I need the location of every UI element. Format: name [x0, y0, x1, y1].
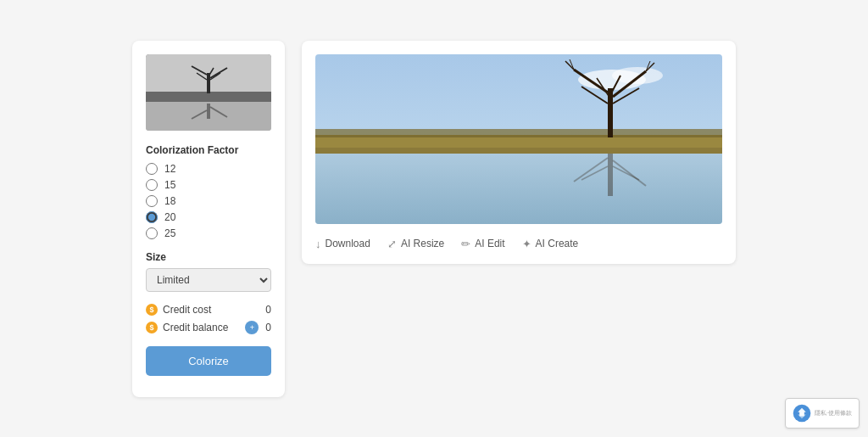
- radio-20[interactable]: [146, 211, 158, 223]
- ai-resize-icon: ⤢: [387, 238, 397, 250]
- radio-label-18: 18: [164, 195, 175, 207]
- svg-rect-30: [608, 154, 613, 196]
- thumbnail-image: [146, 54, 271, 131]
- ai-create-action[interactable]: ✦ AI Create: [522, 238, 579, 250]
- ai-create-label: AI Create: [536, 238, 579, 249]
- ai-resize-label: AI Resize: [401, 238, 444, 249]
- recaptcha-text: 隱私·使用條款: [815, 409, 852, 417]
- svg-rect-15: [315, 148, 722, 224]
- recaptcha-badge: 隱私·使用條款: [785, 398, 860, 429]
- radio-label-15: 15: [164, 179, 175, 191]
- recaptcha-logo-icon: [793, 404, 811, 423]
- radio-label-12: 12: [164, 163, 175, 175]
- svg-rect-17: [315, 137, 722, 148]
- radio-item-15[interactable]: 15: [146, 179, 271, 191]
- download-label: Download: [326, 238, 370, 249]
- credit-cost-label: Credit cost: [163, 304, 211, 316]
- credit-balance-row: $ Credit balance + 0: [146, 321, 271, 334]
- radio-item-20[interactable]: 20: [146, 211, 271, 223]
- credit-cost-icon: $: [146, 304, 158, 316]
- radio-25[interactable]: [146, 227, 158, 239]
- ai-create-icon: ✦: [522, 238, 531, 250]
- main-container: Colorization Factor 12 15 18 20 25: [107, 15, 761, 423]
- radio-item-18[interactable]: 18: [146, 195, 271, 207]
- size-select[interactable]: Limited Standard Large: [146, 268, 271, 292]
- radio-item-12[interactable]: 12: [146, 163, 271, 175]
- radio-15[interactable]: [146, 179, 158, 191]
- colorization-radio-group: 12 15 18 20 25: [146, 163, 271, 239]
- download-action[interactable]: ↓ Download: [315, 238, 370, 250]
- ai-edit-action[interactable]: ✏ AI Edit: [461, 238, 504, 250]
- ai-edit-icon: ✏: [461, 238, 470, 250]
- radio-12[interactable]: [146, 163, 158, 175]
- ai-resize-action[interactable]: ⤢ AI Resize: [387, 238, 444, 250]
- left-panel: Colorization Factor 12 15 18 20 25: [132, 41, 285, 397]
- credit-info: $ Credit cost 0 $ Credit balance + 0: [146, 304, 271, 334]
- credit-cost-value: 0: [265, 304, 271, 316]
- radio-18[interactable]: [146, 195, 158, 207]
- size-label: Size: [146, 251, 271, 263]
- svg-rect-18: [315, 129, 722, 137]
- credit-balance-left: $ Credit balance: [146, 322, 228, 333]
- credit-balance-icon: $: [146, 322, 158, 333]
- svg-rect-9: [207, 104, 210, 119]
- credit-balance-right: + 0: [245, 321, 271, 334]
- radio-label-20: 20: [164, 211, 175, 223]
- credit-balance-badge: +: [245, 321, 259, 334]
- preview-image: [315, 54, 722, 224]
- colorize-button[interactable]: Colorize: [146, 346, 271, 376]
- action-bar: ↓ Download ⤢ AI Resize ✏ AI Edit ✦ AI Cr…: [315, 234, 722, 250]
- right-panel: ↓ Download ⤢ AI Resize ✏ AI Edit ✦ AI Cr…: [302, 41, 736, 264]
- ai-edit-label: AI Edit: [475, 238, 504, 249]
- credit-cost-row: $ Credit cost 0: [146, 304, 271, 316]
- download-icon: ↓: [315, 238, 321, 250]
- radio-item-25[interactable]: 25: [146, 227, 271, 239]
- credit-balance-value: 0: [265, 322, 271, 333]
- credit-cost-left: $ Credit cost: [146, 304, 211, 316]
- radio-label-25: 25: [164, 227, 175, 239]
- credit-balance-label: Credit balance: [163, 322, 228, 333]
- colorization-factor-label: Colorization Factor: [146, 144, 271, 156]
